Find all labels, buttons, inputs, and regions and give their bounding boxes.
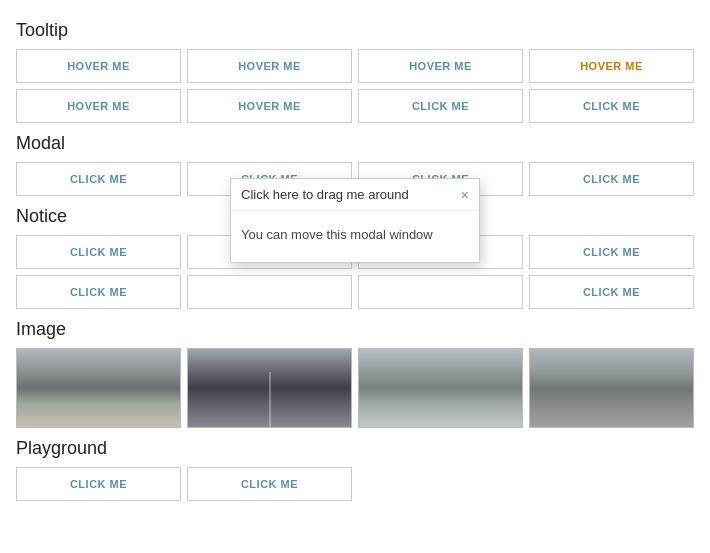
- notice-click-btn-3[interactable]: CLICK ME: [16, 275, 181, 309]
- modal-body-text: You can move this modal window: [241, 227, 433, 242]
- image-4[interactable]: [529, 348, 694, 428]
- tooltip-title: Tooltip: [16, 20, 694, 41]
- image-2[interactable]: [187, 348, 352, 428]
- modal-drag-header[interactable]: Click here to drag me around ×: [231, 179, 479, 211]
- playground-empty-2: [529, 467, 694, 501]
- image-section: Image: [16, 319, 694, 428]
- modal-close-button[interactable]: ×: [461, 188, 469, 202]
- tooltip-hover-btn-4[interactable]: HOVER ME: [529, 49, 694, 83]
- tooltip-section: Tooltip HOVER ME HOVER ME HOVER ME HOVER…: [16, 20, 694, 123]
- playground-click-btn-1[interactable]: CLICK ME: [16, 467, 181, 501]
- notice-click-btn-4[interactable]: CLICK ME: [529, 275, 694, 309]
- modal-body: You can move this modal window: [231, 211, 479, 262]
- notice-click-btn-2[interactable]: CLICK ME: [529, 235, 694, 269]
- notice-row-2: CLICK ME CLICK ME: [16, 275, 694, 309]
- playground-row-1: CLICK ME CLICK ME: [16, 467, 694, 501]
- modal-dialog[interactable]: Click here to drag me around × You can m…: [230, 178, 480, 263]
- tooltip-row-1: HOVER ME HOVER ME HOVER ME HOVER ME: [16, 49, 694, 83]
- tooltip-hover-btn-3[interactable]: HOVER ME: [358, 49, 523, 83]
- playground-click-btn-2[interactable]: CLICK ME: [187, 467, 352, 501]
- notice-click-btn-1[interactable]: CLICK ME: [16, 235, 181, 269]
- modal-click-btn-4[interactable]: CLICK ME: [529, 162, 694, 196]
- image-grid: [16, 348, 694, 428]
- modal-header-text: Click here to drag me around: [241, 187, 409, 202]
- image-3[interactable]: [358, 348, 523, 428]
- playground-empty-1: [358, 467, 523, 501]
- modal-title: Modal: [16, 133, 694, 154]
- image-title: Image: [16, 319, 694, 340]
- tooltip-hover-btn-5[interactable]: HOVER ME: [16, 89, 181, 123]
- modal-click-btn-1[interactable]: CLICK ME: [16, 162, 181, 196]
- notice-empty-4: [358, 275, 523, 309]
- tooltip-hover-btn-1[interactable]: HOVER ME: [16, 49, 181, 83]
- playground-section: Playground CLICK ME CLICK ME: [16, 438, 694, 501]
- tooltip-hover-btn-6[interactable]: HOVER ME: [187, 89, 352, 123]
- image-1[interactable]: [16, 348, 181, 428]
- tooltip-click-btn-2[interactable]: CLICK ME: [529, 89, 694, 123]
- tooltip-hover-btn-2[interactable]: HOVER ME: [187, 49, 352, 83]
- tooltip-row-2: HOVER ME HOVER ME CLICK ME CLICK ME: [16, 89, 694, 123]
- tooltip-click-btn-1[interactable]: CLICK ME: [358, 89, 523, 123]
- notice-empty-3: [187, 275, 352, 309]
- playground-title: Playground: [16, 438, 694, 459]
